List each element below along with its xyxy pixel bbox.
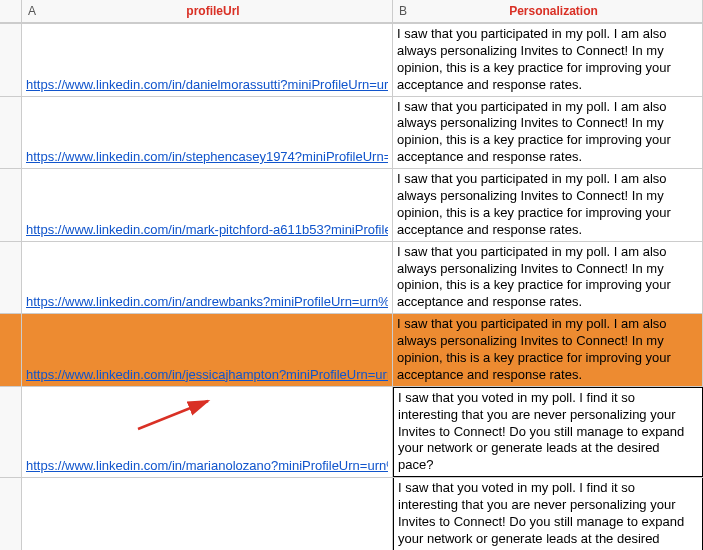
table-row: https://www.linkedin.com/in/andrewbanks?… <box>0 242 703 315</box>
column-header-b[interactable]: B Personalization <box>393 0 703 23</box>
table-row: https://www.linkedin.com/in/mark-pitchfo… <box>0 169 703 242</box>
profile-link[interactable]: https://www.linkedin.com/in/marianolozan… <box>26 458 388 475</box>
cell-profile-url[interactable]: https://www.linkedin.com/in/stephencasey… <box>22 97 393 169</box>
profile-link[interactable]: https://www.linkedin.com/in/mark-pitchfo… <box>26 222 388 239</box>
cell-personalization[interactable]: I saw that you participated in my poll. … <box>393 169 703 241</box>
cell-profile-url[interactable]: https://www.linkedin.com/in/danielmorass… <box>22 24 393 96</box>
column-title-b: Personalization <box>509 4 598 18</box>
corner-cell[interactable] <box>0 0 22 23</box>
cell-personalization[interactable]: I saw that you participated in my poll. … <box>393 242 703 314</box>
table-row: https://www.linkedin.com/in/stephencasey… <box>0 97 703 170</box>
column-letter: A <box>28 4 36 18</box>
profile-link[interactable]: https://www.linkedin.com/in/stephencasey… <box>26 149 388 166</box>
cell-profile-url[interactable]: https://www.linkedin.com/in/larryturnbow… <box>22 478 393 550</box>
row-header[interactable] <box>0 314 22 386</box>
column-title-a: profileUrl <box>186 4 239 18</box>
table-row: https://www.linkedin.com/in/danielmorass… <box>0 24 703 97</box>
spreadsheet: A profileUrl B Personalization https://w… <box>0 0 703 550</box>
cell-personalization[interactable]: I saw that you voted in my poll. I find … <box>393 387 703 477</box>
column-header-a[interactable]: A profileUrl <box>22 0 393 23</box>
column-headers-row: A profileUrl B Personalization <box>0 0 703 24</box>
row-header[interactable] <box>0 169 22 241</box>
row-header[interactable] <box>0 478 22 550</box>
cell-personalization[interactable]: I saw that you voted in my poll. I find … <box>393 478 703 550</box>
cell-profile-url[interactable]: https://www.linkedin.com/in/mark-pitchfo… <box>22 169 393 241</box>
column-letter: B <box>399 4 407 18</box>
table-row: https://www.linkedin.com/in/larryturnbow… <box>0 478 703 550</box>
cell-personalization[interactable]: I saw that you participated in my poll. … <box>393 97 703 169</box>
row-header[interactable] <box>0 387 22 477</box>
profile-link[interactable]: https://www.linkedin.com/in/andrewbanks?… <box>26 294 388 311</box>
cell-profile-url[interactable]: https://www.linkedin.com/in/jessicajhamp… <box>22 314 393 386</box>
table-row: https://www.linkedin.com/in/marianolozan… <box>0 387 703 478</box>
cell-personalization[interactable]: I saw that you participated in my poll. … <box>393 24 703 96</box>
row-header[interactable] <box>0 97 22 169</box>
row-header[interactable] <box>0 24 22 96</box>
profile-link[interactable]: https://www.linkedin.com/in/jessicajhamp… <box>26 367 388 384</box>
cell-personalization[interactable]: I saw that you participated in my poll. … <box>393 314 703 386</box>
cell-profile-url[interactable]: https://www.linkedin.com/in/marianolozan… <box>22 387 393 477</box>
table-row: https://www.linkedin.com/in/jessicajhamp… <box>0 314 703 387</box>
cell-profile-url[interactable]: https://www.linkedin.com/in/andrewbanks?… <box>22 242 393 314</box>
row-header[interactable] <box>0 242 22 314</box>
profile-link[interactable]: https://www.linkedin.com/in/danielmorass… <box>26 77 388 94</box>
